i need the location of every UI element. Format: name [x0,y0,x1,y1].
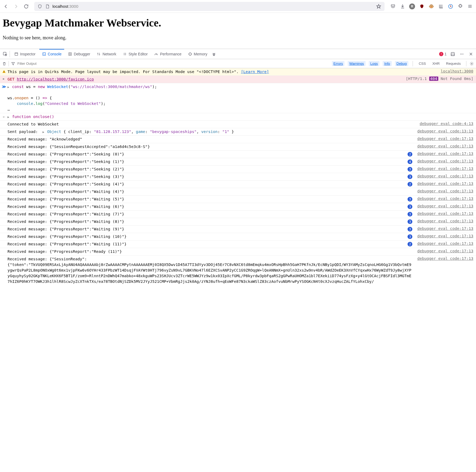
source-link[interactable]: debugger eval code:17:13 [417,204,473,208]
tab-memory[interactable]: Memory [185,49,210,59]
nav-buttons [3,4,29,9]
received-msg: Received message: {"ProgressReport":"Wai… [7,196,405,202]
repeat-badge: 2 [408,182,412,186]
settings-icon[interactable] [470,62,474,66]
source-link[interactable]: debugger eval code:17:13 [417,189,473,193]
log-row: Received message: {"ProgressReport":"See… [0,151,476,158]
pick-element-icon[interactable] [2,51,8,57]
learn-more-link[interactable]: [Learn More] [241,70,269,74]
grid-icon[interactable] [438,3,444,9]
chip-errors[interactable]: Errors [332,61,344,66]
source-link[interactable]: debugger eval code:4:13 [420,121,473,126]
extensions-icon[interactable] [457,3,463,9]
quirks-source-link[interactable]: localhost:3000 [441,69,473,73]
separator [9,61,9,66]
source-link[interactable]: debugger eval code:17:13 [417,136,473,141]
source-link[interactable]: debugger eval code:17:13 [417,151,473,156]
chip-requests[interactable]: Requests [444,61,462,66]
r-badge-icon[interactable]: R [409,3,415,9]
repeat-badge: 4 [408,159,412,164]
source-link[interactable]: debugger eval code:17:13 [417,196,473,201]
svg-point-12 [4,72,4,73]
received-msg: Received message: "Acknowledged" [7,136,412,142]
svg-point-11 [471,63,472,64]
http-status: [HTTP/1.1 404 Not Found 0ms] [406,77,473,81]
favicon-error-text: GET http://localhost:3000/favicon.ico [7,77,401,82]
log-row: Received message: {"ProgressReport":"Wai… [0,226,476,233]
clear-console-icon[interactable] [2,62,6,66]
favicon-error-row: ▶ GET http://localhost:3000/favicon.ico … [0,76,476,83]
log-row: Received message: {"SessionRequestAccept… [0,143,476,151]
console-input-row: ≫ ▶ const ws = new WebSocket("ws://local… [0,83,476,113]
meatball-icon[interactable] [459,51,465,57]
error-count[interactable]: !1 [439,52,447,56]
chip-xhr[interactable]: XHR [431,61,441,66]
received-msg: Received message: {"ProgressReport":"See… [7,166,405,172]
console-output: This page is in Quirks Mode. Page layout… [0,68,476,285]
chip-warnings[interactable]: Warnings [348,61,365,66]
source-link[interactable]: debugger eval code:17:13 [417,241,473,246]
devtools: Inspector Console Debugger Network Style… [0,49,476,285]
tab-style-editor[interactable]: Style Editor [120,49,151,59]
repeat-badge: 3 [408,234,412,239]
quirks-warning-row: This page is in Quirks Mode. Page layout… [0,68,476,76]
back-icon[interactable] [3,4,9,9]
menu-icon[interactable] [467,3,473,9]
console-output-row: ← ▶ function onclose() [0,113,476,121]
source-link[interactable]: debugger eval code:17:13 [417,256,473,261]
separator [10,51,10,57]
repeat-badge: 3 [408,227,412,231]
output-caret-icon: ← [3,115,5,119]
source-link[interactable]: debugger eval code:13:13 [417,129,473,133]
favicon-url-link[interactable]: http://localhost:3000/favicon.ico [17,77,94,81]
chip-logs[interactable]: Logs [369,61,379,66]
svg-point-8 [460,54,461,54]
forward-icon[interactable] [13,4,19,9]
log-row: Received message: {"ProgressReport":"Wai… [0,233,476,241]
reload-icon[interactable] [24,4,29,9]
expand-caret-icon[interactable]: ▶ [3,77,5,81]
chip-debug[interactable]: Debug [395,61,408,66]
connected-msg: Connected to WebSocket [7,121,415,127]
tab-network[interactable]: Network [94,49,119,59]
chip-info[interactable]: Info [383,61,392,66]
source-link[interactable]: debugger eval code:17:13 [417,226,473,231]
log-row: Received message: {"ProgressReport":"Wai… [0,196,476,203]
chip-css[interactable]: CSS [417,61,428,66]
source-link[interactable]: debugger eval code:17:13 [417,144,473,148]
tab-debugger[interactable]: Debugger [65,49,93,59]
log-row: Connected to WebSocket debugger eval cod… [0,121,476,128]
log-row: Received message: "Acknowledged"debugger… [0,136,476,143]
log-row: Received message: {"ProgressReport":"Wai… [0,188,476,196]
repeat-badge: 3 [408,167,412,172]
tab-console[interactable]: Console [39,49,64,59]
dock-icon[interactable] [450,51,456,57]
log-row: Received message: {"ProgressReport":"See… [0,173,476,181]
source-link[interactable]: debugger eval code:17:13 [417,166,473,171]
source-link[interactable]: debugger eval code:17:13 [417,174,473,178]
source-link[interactable]: debugger eval code:17:13 [417,159,473,163]
log-row: Received message: {"ProgressReport":"Wai… [0,211,476,218]
source-link[interactable]: debugger eval code:17:13 [417,219,473,223]
ublock-icon[interactable] [419,3,425,9]
tab-performance[interactable]: Performance [151,49,184,59]
source-link[interactable]: debugger eval code:17:13 [417,211,473,216]
overflow-icon[interactable] [211,51,217,57]
tampermonkey-icon[interactable]: 🐵 [428,3,434,9]
download-icon[interactable] [400,3,405,9]
received-msg: Received message: {"ProgressReport":"See… [7,159,405,165]
received-msg: Received message: {"ProgressReport":"Wai… [7,211,405,217]
url-bar[interactable]: localhost:3000 [34,2,385,11]
pocket-icon[interactable] [390,3,396,9]
sent-payload-msg: Sent payload: ▶ Object { client_ip: "81.… [7,129,412,135]
source-link[interactable]: debugger eval code:17:13 [417,181,473,186]
star-icon[interactable] [376,4,381,9]
shield-icon[interactable] [37,4,42,9]
filter-input[interactable] [17,62,71,66]
source-link[interactable]: debugger eval code:17:13 [417,234,473,238]
tab-inspector[interactable]: Inspector [11,49,38,59]
log-row: Received message: {"ProgressReport":"Rea… [0,248,476,256]
close-devtools-icon[interactable] [468,51,474,57]
source-link[interactable]: debugger eval code:17:13 [417,249,473,253]
a11y-icon[interactable] [448,3,454,9]
